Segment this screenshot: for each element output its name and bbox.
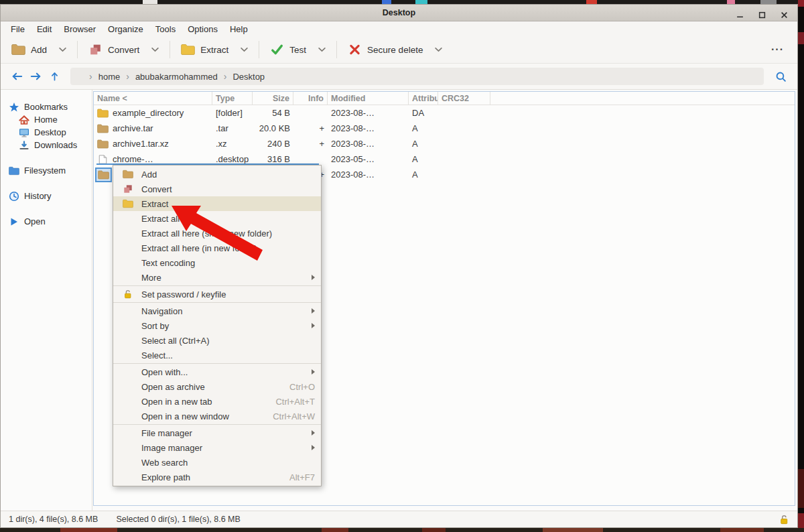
column-header-name[interactable]: Name < [94, 92, 212, 105]
no-icon [123, 472, 133, 482]
file-icon [97, 155, 109, 164]
context-menu-item-extract-all-here[interactable]: Extract all here [113, 211, 321, 226]
context-menu-item-extract-all-here-smart-new-folder[interactable]: Extract all here (smart new folder) [113, 226, 321, 241]
menu-help[interactable]: Help [224, 23, 254, 36]
test-button[interactable]: Test [266, 41, 330, 58]
context-menu-item-set-password-keyfile[interactable]: Set password / keyfile [113, 287, 321, 302]
column-header-info[interactable]: Info [293, 92, 328, 105]
table-row[interactable]: archive.tar.tar20.0 KB+2023-08-…A [94, 121, 795, 136]
no-icon [123, 382, 133, 391]
context-menu-item-explore-path[interactable]: Explore pathAlt+F7 [113, 470, 321, 484]
back-icon[interactable] [9, 69, 25, 84]
toolbar-divider [336, 41, 337, 58]
maximize-icon[interactable] [758, 9, 766, 17]
table-row[interactable]: example_directory[folder]54 B2023-08-…DA [94, 105, 795, 121]
context-menu-item-sort-by[interactable]: Sort by [113, 318, 321, 333]
toolbar-divider [170, 41, 170, 58]
breadcrumb-segment-home[interactable]: home [98, 72, 121, 82]
context-menu-item-label: Image manager [141, 443, 306, 453]
status-counts: 1 dir(s), 4 file(s), 8.6 MB [9, 515, 98, 524]
context-menu-separator [113, 363, 321, 364]
menu-file[interactable]: File [5, 23, 31, 36]
column-header-size[interactable]: Size [253, 92, 293, 105]
context-menu-item-add[interactable]: Add [113, 167, 321, 182]
secure-delete-button[interactable]: Secure delete [344, 41, 446, 58]
toolbar-button-label: Convert [108, 45, 139, 55]
context-menu-item-label: Add [141, 170, 315, 180]
chevron-down-icon[interactable] [318, 47, 326, 52]
column-header-modified[interactable]: Modified [328, 92, 409, 105]
sidebar-item-desktop[interactable]: Desktop [1, 126, 92, 139]
column-header-crc32[interactable]: CRC32 [438, 92, 490, 105]
toolbar-button-label: Add [31, 45, 47, 55]
extract-icon [123, 199, 133, 208]
convert-button[interactable]: Convert [84, 41, 163, 58]
file-info-cell: + [293, 139, 328, 149]
file-attributes-cell: A [409, 123, 438, 133]
toolbar-more-button[interactable]: ··· [764, 44, 791, 56]
chevron-down-icon[interactable] [241, 47, 248, 52]
extract-button[interactable]: Extract [177, 41, 252, 58]
titlebar[interactable]: Desktop [1, 5, 797, 21]
context-menu-item-open-in-a-new-tab[interactable]: Open in a new tabCtrl+Alt+T [113, 394, 321, 409]
add-button[interactable]: Add [7, 41, 70, 58]
context-menu-item-open-as-archive[interactable]: Open as archiveCtrl+O [113, 379, 321, 394]
file-attributes-cell: DA [409, 108, 438, 118]
up-icon[interactable] [46, 69, 62, 84]
chevron-down-icon[interactable] [59, 47, 66, 52]
sidebar-gap [1, 177, 92, 190]
sidebar-item-downloads[interactable]: Downloads [1, 139, 92, 151]
desktop-background-right [798, 0, 804, 532]
submenu-arrow-icon [312, 308, 315, 314]
context-menu-item-navigation[interactable]: Navigation [113, 304, 321, 318]
context-menu-item-web-search[interactable]: Web search [113, 455, 321, 470]
submenu-arrow-icon [312, 323, 315, 328]
sidebar-item-bookmarks[interactable]: Bookmarks [1, 101, 92, 113]
add-archive-icon [123, 170, 133, 179]
search-icon[interactable] [772, 68, 789, 84]
sidebar-item-home[interactable]: Home [1, 113, 92, 126]
menu-edit[interactable]: Edit [31, 23, 58, 36]
menu-options[interactable]: Options [182, 23, 224, 36]
menu-organize[interactable]: Organize [102, 23, 149, 36]
menu-tools[interactable]: Tools [149, 23, 182, 36]
context-menu-item-label: Open in a new tab [141, 397, 269, 407]
context-menu-item-extract-all-here-in-new-folder[interactable]: Extract all here (in new folder) [113, 241, 321, 255]
column-header-type[interactable]: Type [212, 92, 253, 105]
menu-browser[interactable]: Browser [58, 23, 102, 36]
file-type-cell: [folder] [212, 108, 253, 118]
close-icon[interactable] [781, 9, 788, 17]
sidebar-item-filesystem[interactable]: Filesystem [1, 164, 92, 177]
sidebar-item-history[interactable]: History [1, 190, 92, 202]
context-menu-item-open-with[interactable]: Open with... [113, 364, 321, 379]
no-icon [123, 243, 133, 253]
breadcrumb-segment-abubakarmohammed[interactable]: abubakarmohammed [135, 72, 218, 82]
chevron-down-icon[interactable] [435, 47, 442, 52]
chevron-down-icon[interactable] [151, 47, 159, 52]
context-menu-item-image-manager[interactable]: Image manager [113, 440, 321, 455]
lock-icon [779, 515, 789, 525]
context-menu-item-text-encoding[interactable]: Text encoding [113, 255, 321, 270]
breadcrumb-segment-desktop[interactable]: Desktop [232, 72, 265, 82]
column-header-attribu[interactable]: Attribu [409, 92, 438, 105]
context-menu-item-file-manager[interactable]: File manager [113, 425, 321, 440]
context-menu-item-more[interactable]: More [113, 270, 321, 285]
home-icon [19, 115, 29, 125]
breadcrumb[interactable]: ›home›abubakarmohammed›Desktop [70, 68, 764, 85]
sidebar-item-open[interactable]: Open [1, 215, 92, 228]
sidebar-item-label: Downloads [34, 140, 77, 150]
minimize-icon[interactable] [736, 9, 744, 17]
test-icon [270, 44, 284, 56]
context-menu-item-select[interactable]: Select... [113, 348, 321, 362]
context-menu-item-convert[interactable]: Convert [113, 182, 321, 196]
no-icon [123, 443, 133, 452]
file-modified-cell: 2023-08-… [328, 108, 409, 118]
file-attributes-cell: A [409, 170, 438, 180]
context-menu-item-extract[interactable]: Extract [113, 196, 321, 211]
forward-icon[interactable] [27, 69, 44, 84]
table-row[interactable]: archive1.tar.xz.xz240 B+2023-08-…A [94, 136, 795, 151]
context-menu-item-select-all-ctrl-a[interactable]: Select all (Ctrl+A) [113, 333, 321, 348]
monitor-icon [19, 127, 29, 138]
context-menu-item-open-in-a-new-window[interactable]: Open in a new windowCtrl+Alt+W [113, 409, 321, 423]
star-icon [9, 102, 19, 113]
